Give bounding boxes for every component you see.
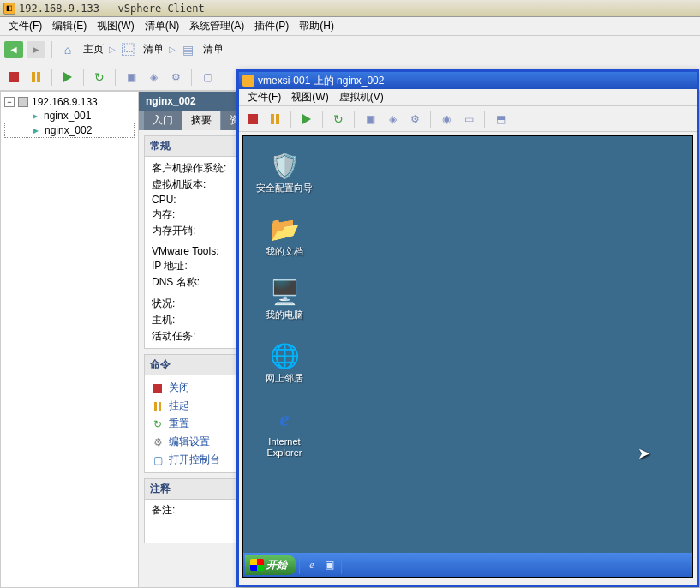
separator — [322, 111, 323, 128]
nav-forward-button[interactable]: ► — [26, 39, 46, 60]
start-label: 开始 — [266, 558, 287, 573]
stop-icon — [152, 382, 164, 394]
console-menu-vm[interactable]: 虚拟机(V) — [334, 88, 389, 106]
nav-toolbar: ◄ ► ⌂ 主页 ▷ ⿺ 清单 ▷ ▤ 清单 — [0, 36, 700, 63]
console-play-button[interactable] — [296, 109, 317, 129]
vm-on-icon: ▸ — [28, 110, 42, 122]
computer-icon: 🖥️ — [269, 277, 300, 308]
separator — [341, 555, 342, 574]
separator — [115, 69, 116, 86]
snapshot-button[interactable]: ▣ — [121, 67, 141, 87]
nav-back-button[interactable]: ◄ — [3, 39, 24, 60]
guest-taskbar: 开始 e ▣ — [243, 553, 692, 577]
menu-view[interactable]: 视图(W) — [92, 17, 139, 35]
inventory-button-1[interactable]: ⿺ — [117, 39, 138, 60]
home-label[interactable]: 主页 — [80, 42, 107, 57]
window-titlebar: ◧ 192.168.9.133 - vSphere Client — [0, 0, 700, 17]
console-menu-file[interactable]: 文件(F) — [242, 88, 286, 106]
separator — [51, 41, 52, 58]
tree-vm-label: nginx_001 — [44, 110, 91, 122]
windows-flag-icon — [250, 559, 264, 571]
refresh-icon: ↻ — [152, 418, 164, 430]
guest-desktop[interactable]: 🛡️ 安全配置向导 📂 我的文档 🖥️ 我的电脑 🌐 网上邻居 e Intern… — [242, 135, 693, 578]
settings-button[interactable]: ⚙ — [165, 67, 186, 87]
tree-vm-node-selected[interactable]: ▸ nginx_002 — [4, 123, 135, 138]
network-icon: 🌐 — [269, 340, 300, 371]
main-menubar: 文件(F) 编辑(E) 视图(W) 清单(N) 系统管理(A) 插件(P) 帮助… — [0, 17, 700, 36]
console-pause-button[interactable] — [265, 109, 285, 129]
tree-root-label: 192.168.9.133 — [32, 96, 98, 108]
menu-edit[interactable]: 编辑(E) — [47, 17, 92, 35]
separator — [51, 69, 52, 86]
ie-icon: e — [269, 404, 300, 435]
refresh-button[interactable]: ↻ — [89, 67, 110, 87]
collapse-icon[interactable]: − — [4, 97, 15, 107]
wizard-icon: 🛡️ — [269, 150, 300, 181]
app-icon: ◧ — [3, 3, 15, 15]
play-button[interactable] — [57, 67, 78, 87]
window-title: 192.168.9.133 - vSphere Client — [19, 3, 205, 15]
console-snapmgr-button[interactable]: ◈ — [382, 109, 403, 129]
menu-admin[interactable]: 系统管理(A) — [184, 17, 249, 35]
console-button[interactable]: ▢ — [197, 67, 218, 87]
menu-help[interactable]: 帮助(H) — [294, 17, 339, 35]
console-cd-button[interactable]: ◉ — [436, 109, 457, 129]
console-toolbar: ↻ ▣ ◈ ⚙ ◉ ▭ ⬒ — [239, 106, 697, 132]
snapshot-manager-button[interactable]: ◈ — [143, 67, 164, 87]
separator — [290, 111, 291, 128]
start-button[interactable]: 开始 — [245, 555, 296, 575]
vm-on-icon: ▸ — [29, 124, 43, 136]
console-refresh-button[interactable]: ↻ — [328, 109, 349, 129]
vm-console-window: vmexsi-001 上的 nginx_002 文件(F) 视图(W) 虚拟机(… — [236, 69, 699, 587]
documents-icon: 📂 — [269, 213, 300, 244]
desktop-icon-ie[interactable]: e Internet Explorer — [254, 404, 315, 459]
separator — [430, 111, 431, 128]
desktop-icon-network[interactable]: 🌐 网上邻居 — [254, 340, 315, 384]
console-floppy-button[interactable]: ▭ — [458, 109, 479, 129]
desktop-icon-my-computer[interactable]: 🖥️ 我的电脑 — [254, 277, 315, 321]
console-snap3-button[interactable]: ⚙ — [404, 109, 425, 129]
console-title-text: vmexsi-001 上的 nginx_002 — [258, 74, 384, 88]
inventory-button-2[interactable]: ▤ — [177, 39, 198, 60]
breadcrumb-arrow-icon: ▷ — [109, 45, 116, 54]
menu-file[interactable]: 文件(F) — [3, 17, 47, 35]
console-stop-button[interactable] — [242, 109, 263, 129]
home-button[interactable]: ⌂ — [57, 39, 78, 60]
separator — [484, 111, 485, 128]
menu-inventory[interactable]: 清单(N) — [140, 17, 185, 35]
host-icon — [16, 96, 30, 108]
tree-root-node[interactable]: − 192.168.9.133 — [4, 95, 135, 109]
console-net-button[interactable]: ⬒ — [490, 109, 511, 129]
pause-icon — [152, 400, 164, 412]
stop-button[interactable] — [3, 67, 24, 87]
desktop-icon-security-wizard[interactable]: 🛡️ 安全配置向导 — [254, 150, 315, 194]
console-icon: ▢ — [152, 454, 164, 466]
menu-plugins[interactable]: 插件(P) — [249, 17, 294, 35]
separator — [83, 69, 84, 86]
inventory-label-1[interactable]: 清单 — [140, 42, 167, 57]
console-titlebar[interactable]: vmexsi-001 上的 nginx_002 — [239, 72, 697, 89]
console-menu-view[interactable]: 视图(W) — [286, 88, 333, 106]
separator — [191, 69, 192, 86]
inventory-label-2[interactable]: 清单 — [200, 42, 227, 57]
inventory-tree: − 192.168.9.133 ▸ nginx_001 ▸ nginx_002 — [0, 91, 139, 588]
quick-launch-ie[interactable]: e — [303, 556, 320, 573]
quick-launch-desktop[interactable]: ▣ — [320, 556, 338, 573]
tree-vm-node[interactable]: ▸ nginx_001 — [4, 109, 135, 123]
desktop-icon-my-documents[interactable]: 📂 我的文档 — [254, 213, 315, 257]
tree-vm-label: nginx_002 — [45, 124, 92, 136]
separator — [354, 111, 355, 128]
console-menubar: 文件(F) 视图(W) 虚拟机(V) — [239, 89, 697, 106]
tab-getting-started[interactable]: 入门 — [144, 111, 182, 130]
separator — [299, 555, 300, 574]
pause-button[interactable] — [26, 67, 46, 87]
tab-summary[interactable]: 摘要 — [182, 111, 220, 130]
breadcrumb-arrow-icon: ▷ — [169, 45, 176, 54]
console-snapshot-button[interactable]: ▣ — [360, 109, 380, 129]
console-app-icon — [242, 75, 254, 87]
settings-icon: ⚙ — [152, 436, 164, 448]
